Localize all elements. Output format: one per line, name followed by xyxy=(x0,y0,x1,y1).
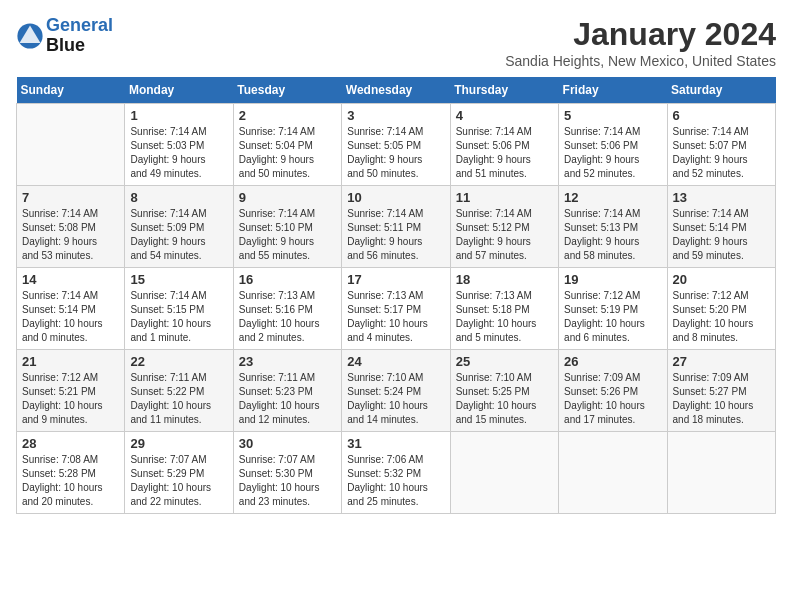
calendar-cell: 9Sunrise: 7:14 AMSunset: 5:10 PMDaylight… xyxy=(233,186,341,268)
calendar-title: January 2024 xyxy=(505,16,776,53)
calendar-cell: 13Sunrise: 7:14 AMSunset: 5:14 PMDayligh… xyxy=(667,186,775,268)
day-number: 31 xyxy=(347,436,444,451)
weekday-header: Tuesday xyxy=(233,77,341,104)
day-number: 10 xyxy=(347,190,444,205)
day-number: 28 xyxy=(22,436,119,451)
calendar-cell: 24Sunrise: 7:10 AMSunset: 5:24 PMDayligh… xyxy=(342,350,450,432)
day-info: Sunrise: 7:14 AMSunset: 5:13 PMDaylight:… xyxy=(564,207,661,263)
calendar-cell: 15Sunrise: 7:14 AMSunset: 5:15 PMDayligh… xyxy=(125,268,233,350)
day-number: 2 xyxy=(239,108,336,123)
calendar-table: SundayMondayTuesdayWednesdayThursdayFrid… xyxy=(16,77,776,514)
calendar-cell: 28Sunrise: 7:08 AMSunset: 5:28 PMDayligh… xyxy=(17,432,125,514)
day-info: Sunrise: 7:07 AMSunset: 5:29 PMDaylight:… xyxy=(130,453,227,509)
day-info: Sunrise: 7:09 AMSunset: 5:26 PMDaylight:… xyxy=(564,371,661,427)
day-number: 19 xyxy=(564,272,661,287)
calendar-cell xyxy=(667,432,775,514)
day-number: 21 xyxy=(22,354,119,369)
day-info: Sunrise: 7:07 AMSunset: 5:30 PMDaylight:… xyxy=(239,453,336,509)
calendar-cell: 19Sunrise: 7:12 AMSunset: 5:19 PMDayligh… xyxy=(559,268,667,350)
day-number: 6 xyxy=(673,108,770,123)
day-number: 13 xyxy=(673,190,770,205)
title-block: January 2024 Sandia Heights, New Mexico,… xyxy=(505,16,776,69)
calendar-cell: 23Sunrise: 7:11 AMSunset: 5:23 PMDayligh… xyxy=(233,350,341,432)
day-info: Sunrise: 7:14 AMSunset: 5:06 PMDaylight:… xyxy=(564,125,661,181)
day-info: Sunrise: 7:14 AMSunset: 5:14 PMDaylight:… xyxy=(22,289,119,345)
day-number: 24 xyxy=(347,354,444,369)
day-number: 1 xyxy=(130,108,227,123)
calendar-cell: 18Sunrise: 7:13 AMSunset: 5:18 PMDayligh… xyxy=(450,268,558,350)
calendar-cell: 10Sunrise: 7:14 AMSunset: 5:11 PMDayligh… xyxy=(342,186,450,268)
calendar-subtitle: Sandia Heights, New Mexico, United State… xyxy=(505,53,776,69)
day-info: Sunrise: 7:13 AMSunset: 5:18 PMDaylight:… xyxy=(456,289,553,345)
calendar-cell: 8Sunrise: 7:14 AMSunset: 5:09 PMDaylight… xyxy=(125,186,233,268)
weekday-header: Saturday xyxy=(667,77,775,104)
day-info: Sunrise: 7:11 AMSunset: 5:23 PMDaylight:… xyxy=(239,371,336,427)
day-info: Sunrise: 7:14 AMSunset: 5:07 PMDaylight:… xyxy=(673,125,770,181)
calendar-cell: 17Sunrise: 7:13 AMSunset: 5:17 PMDayligh… xyxy=(342,268,450,350)
day-info: Sunrise: 7:10 AMSunset: 5:25 PMDaylight:… xyxy=(456,371,553,427)
day-number: 3 xyxy=(347,108,444,123)
day-number: 5 xyxy=(564,108,661,123)
day-info: Sunrise: 7:12 AMSunset: 5:19 PMDaylight:… xyxy=(564,289,661,345)
day-info: Sunrise: 7:12 AMSunset: 5:21 PMDaylight:… xyxy=(22,371,119,427)
day-number: 17 xyxy=(347,272,444,287)
calendar-cell: 12Sunrise: 7:14 AMSunset: 5:13 PMDayligh… xyxy=(559,186,667,268)
weekday-header: Thursday xyxy=(450,77,558,104)
calendar-cell xyxy=(450,432,558,514)
day-number: 11 xyxy=(456,190,553,205)
day-info: Sunrise: 7:06 AMSunset: 5:32 PMDaylight:… xyxy=(347,453,444,509)
calendar-cell: 6Sunrise: 7:14 AMSunset: 5:07 PMDaylight… xyxy=(667,104,775,186)
day-info: Sunrise: 7:14 AMSunset: 5:15 PMDaylight:… xyxy=(130,289,227,345)
calendar-cell: 29Sunrise: 7:07 AMSunset: 5:29 PMDayligh… xyxy=(125,432,233,514)
calendar-cell xyxy=(559,432,667,514)
calendar-cell: 5Sunrise: 7:14 AMSunset: 5:06 PMDaylight… xyxy=(559,104,667,186)
calendar-cell: 30Sunrise: 7:07 AMSunset: 5:30 PMDayligh… xyxy=(233,432,341,514)
calendar-week-row: 14Sunrise: 7:14 AMSunset: 5:14 PMDayligh… xyxy=(17,268,776,350)
weekday-header: Monday xyxy=(125,77,233,104)
day-number: 16 xyxy=(239,272,336,287)
logo-text: GeneralBlue xyxy=(46,16,113,56)
day-number: 27 xyxy=(673,354,770,369)
day-info: Sunrise: 7:13 AMSunset: 5:17 PMDaylight:… xyxy=(347,289,444,345)
day-info: Sunrise: 7:09 AMSunset: 5:27 PMDaylight:… xyxy=(673,371,770,427)
day-number: 20 xyxy=(673,272,770,287)
calendar-cell: 27Sunrise: 7:09 AMSunset: 5:27 PMDayligh… xyxy=(667,350,775,432)
calendar-cell: 3Sunrise: 7:14 AMSunset: 5:05 PMDaylight… xyxy=(342,104,450,186)
day-number: 22 xyxy=(130,354,227,369)
day-number: 12 xyxy=(564,190,661,205)
day-number: 7 xyxy=(22,190,119,205)
calendar-cell: 7Sunrise: 7:14 AMSunset: 5:08 PMDaylight… xyxy=(17,186,125,268)
calendar-cell: 11Sunrise: 7:14 AMSunset: 5:12 PMDayligh… xyxy=(450,186,558,268)
calendar-body: 1Sunrise: 7:14 AMSunset: 5:03 PMDaylight… xyxy=(17,104,776,514)
calendar-cell: 4Sunrise: 7:14 AMSunset: 5:06 PMDaylight… xyxy=(450,104,558,186)
calendar-cell: 26Sunrise: 7:09 AMSunset: 5:26 PMDayligh… xyxy=(559,350,667,432)
day-number: 30 xyxy=(239,436,336,451)
calendar-cell: 25Sunrise: 7:10 AMSunset: 5:25 PMDayligh… xyxy=(450,350,558,432)
calendar-week-row: 28Sunrise: 7:08 AMSunset: 5:28 PMDayligh… xyxy=(17,432,776,514)
calendar-cell: 20Sunrise: 7:12 AMSunset: 5:20 PMDayligh… xyxy=(667,268,775,350)
logo-icon xyxy=(16,22,44,50)
calendar-cell: 1Sunrise: 7:14 AMSunset: 5:03 PMDaylight… xyxy=(125,104,233,186)
day-info: Sunrise: 7:08 AMSunset: 5:28 PMDaylight:… xyxy=(22,453,119,509)
day-info: Sunrise: 7:11 AMSunset: 5:22 PMDaylight:… xyxy=(130,371,227,427)
day-number: 9 xyxy=(239,190,336,205)
day-number: 26 xyxy=(564,354,661,369)
calendar-cell: 2Sunrise: 7:14 AMSunset: 5:04 PMDaylight… xyxy=(233,104,341,186)
weekday-header: Wednesday xyxy=(342,77,450,104)
day-info: Sunrise: 7:14 AMSunset: 5:08 PMDaylight:… xyxy=(22,207,119,263)
day-number: 14 xyxy=(22,272,119,287)
day-info: Sunrise: 7:13 AMSunset: 5:16 PMDaylight:… xyxy=(239,289,336,345)
calendar-week-row: 21Sunrise: 7:12 AMSunset: 5:21 PMDayligh… xyxy=(17,350,776,432)
day-number: 23 xyxy=(239,354,336,369)
calendar-week-row: 1Sunrise: 7:14 AMSunset: 5:03 PMDaylight… xyxy=(17,104,776,186)
calendar-cell: 21Sunrise: 7:12 AMSunset: 5:21 PMDayligh… xyxy=(17,350,125,432)
calendar-cell: 22Sunrise: 7:11 AMSunset: 5:22 PMDayligh… xyxy=(125,350,233,432)
day-info: Sunrise: 7:14 AMSunset: 5:03 PMDaylight:… xyxy=(130,125,227,181)
calendar-cell: 31Sunrise: 7:06 AMSunset: 5:32 PMDayligh… xyxy=(342,432,450,514)
day-number: 8 xyxy=(130,190,227,205)
day-number: 4 xyxy=(456,108,553,123)
page-header: GeneralBlue January 2024 Sandia Heights,… xyxy=(16,16,776,69)
day-info: Sunrise: 7:14 AMSunset: 5:04 PMDaylight:… xyxy=(239,125,336,181)
weekday-header: Friday xyxy=(559,77,667,104)
calendar-cell xyxy=(17,104,125,186)
